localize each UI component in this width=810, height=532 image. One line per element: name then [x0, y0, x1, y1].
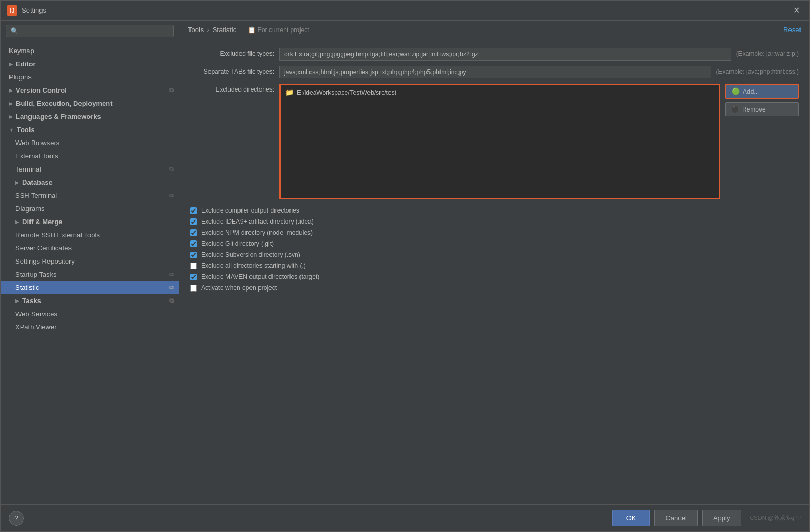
arrow-icon: ▶ [9, 88, 13, 93]
footer-brand: CSDN @养乐多q ♡ [749, 514, 801, 522]
settings-window: IJ Settings ✕ Keymap ▶ Editor [0, 0, 810, 532]
excluded-file-types-hint: (Example: jar;war;zip;) [736, 48, 799, 57]
sidebar-item-editor[interactable]: ▶ Editor [1, 57, 179, 71]
arrow-icon: ▶ [15, 219, 19, 225]
copy-icon: ⧉ [169, 87, 174, 94]
sidebar-item-languages[interactable]: ▶ Languages & Frameworks [1, 110, 179, 123]
right-panel: Tools › Statistic 📋 For current project … [179, 21, 809, 504]
arrow-icon: ▶ [15, 180, 19, 185]
sidebar-item-diagrams[interactable]: Diagrams [1, 202, 179, 215]
search-input[interactable] [6, 25, 174, 37]
sidebar-item-remote-ssh[interactable]: Remote SSH External Tools [1, 228, 179, 242]
copy-icon: ⧉ [169, 166, 174, 173]
panel-header: Tools › Statistic 📋 For current project … [179, 21, 809, 39]
sidebar-item-build-exec[interactable]: ▶ Build, Execution, Deployment [1, 97, 179, 110]
sidebar-list: Keymap ▶ Editor Plugins ▶ Version Contro… [1, 42, 179, 504]
arrow-icon: ▶ [9, 62, 13, 67]
separate-tabs-input[interactable] [279, 66, 711, 78]
close-button[interactable]: ✕ [790, 4, 803, 16]
excluded-file-types-label: Excluded file types: [190, 48, 274, 57]
title-bar: IJ Settings ✕ [1, 1, 809, 21]
exclude-svn-checkbox[interactable] [190, 252, 197, 258]
dir-buttons: 🟢 Add... ⚫ Remove [725, 84, 799, 116]
cancel-button[interactable]: Cancel [654, 510, 697, 526]
excluded-dirs-label: Excluded directories: [190, 84, 274, 93]
excluded-dirs-section: Excluded directories: 📁 E:/ideaWorkspace… [190, 84, 799, 199]
window-title: Settings [22, 6, 46, 14]
sidebar-item-xpath-viewer[interactable]: XPath Viewer [1, 320, 179, 334]
sidebar: Keymap ▶ Editor Plugins ▶ Version Contro… [1, 21, 179, 504]
add-directory-button[interactable]: 🟢 Add... [725, 84, 799, 99]
excluded-dirs-list: 📁 E:/ideaWorkspace/TestWeb/src/test [279, 84, 720, 199]
checkbox-exclude-git[interactable]: Exclude Git directory (.git) [190, 240, 799, 247]
arrow-icon: ▼ [9, 127, 14, 133]
exclude-npm-checkbox[interactable] [190, 229, 197, 236]
excluded-file-types-row: Excluded file types: (Example: jar;war;z… [190, 48, 799, 61]
help-button[interactable]: ? [9, 511, 24, 526]
copy-icon: ⧉ [169, 192, 174, 199]
activate-open-checkbox[interactable] [190, 285, 197, 292]
sidebar-item-tasks[interactable]: ▶ Tasks ⧉ [1, 294, 179, 307]
sidebar-item-web-browsers[interactable]: Web Browsers [1, 136, 179, 149]
apply-button[interactable]: Apply [702, 510, 742, 526]
sidebar-item-tools[interactable]: ▼ Tools [1, 123, 179, 136]
sidebar-item-statistic[interactable]: Statistic ⧉ [1, 281, 179, 294]
sidebar-item-ssh-terminal[interactable]: SSH Terminal ⧉ [1, 189, 179, 202]
folder-icon: 📁 [285, 88, 294, 96]
checkbox-exclude-maven[interactable]: Exclude MAVEN output directories (target… [190, 273, 799, 280]
arrow-icon: ▶ [9, 101, 13, 106]
dir-list-item[interactable]: 📁 E:/ideaWorkspace/TestWeb/src/test [283, 87, 717, 98]
sidebar-item-settings-repo[interactable]: Settings Repository [1, 255, 179, 268]
main-content: Keymap ▶ Editor Plugins ▶ Version Contro… [1, 21, 809, 504]
search-bar [1, 21, 179, 42]
checkbox-exclude-dot[interactable]: Exclude all directories starting with (.… [190, 262, 799, 269]
sidebar-item-web-services[interactable]: Web Services [1, 307, 179, 320]
separate-tabs-field [279, 66, 711, 78]
sidebar-item-keymap[interactable]: Keymap [1, 44, 179, 57]
exclude-maven-checkbox[interactable] [190, 274, 197, 280]
sidebar-item-server-certs[interactable]: Server Certificates [1, 242, 179, 255]
separate-tabs-row: Separate TABs file types: (Example: java… [190, 66, 799, 78]
breadcrumb-sep: › [207, 26, 209, 34]
checkbox-exclude-idea9[interactable]: Exclude IDEA9+ artifact directory (.idea… [190, 218, 799, 225]
panel-body: Excluded file types: (Example: jar;war;z… [179, 39, 809, 504]
arrow-icon: ▶ [9, 114, 13, 119]
exclude-idea9-checkbox[interactable] [190, 218, 197, 225]
checkbox-exclude-svn[interactable]: Exclude Subversion directory (.svn) [190, 251, 799, 258]
checkbox-activate-open[interactable]: Activate when open project [190, 284, 799, 292]
copy-icon: ⧉ [169, 284, 174, 291]
exclude-compiler-checkbox[interactable] [190, 207, 197, 214]
footer: ? OK Cancel Apply CSDN @养乐多q ♡ [1, 504, 809, 531]
sidebar-item-terminal[interactable]: Terminal ⧉ [1, 163, 179, 176]
remove-icon: ⚫ [731, 105, 739, 113]
sidebar-item-startup-tasks[interactable]: Startup Tasks ⧉ [1, 268, 179, 281]
excluded-file-types-field [279, 48, 731, 61]
sidebar-item-database[interactable]: ▶ Database [1, 176, 179, 189]
copy-icon: ⧉ [169, 297, 174, 304]
dir-path: E:/ideaWorkspace/TestWeb/src/test [297, 89, 396, 96]
exclude-dot-checkbox[interactable] [190, 263, 197, 269]
app-logo: IJ [7, 5, 17, 16]
sidebar-item-version-control[interactable]: ▶ Version Control ⧉ [1, 84, 179, 97]
breadcrumb-current: Statistic [213, 26, 237, 34]
arrow-icon: ▶ [15, 298, 19, 304]
ok-button[interactable]: OK [612, 510, 651, 526]
breadcrumb: Tools › Statistic 📋 For current project [188, 26, 309, 34]
separate-tabs-hint: (Example: java;php;html;css;) [716, 66, 799, 75]
copy-icon: ⧉ [169, 271, 174, 278]
checkbox-exclude-compiler[interactable]: Exclude compiler output directories [190, 207, 799, 214]
checkbox-exclude-npm[interactable]: Exclude NPM directory (node_modules) [190, 229, 799, 236]
sidebar-item-diff-merge[interactable]: ▶ Diff & Merge [1, 215, 179, 228]
sidebar-item-plugins[interactable]: Plugins [1, 71, 179, 84]
excluded-file-types-input[interactable] [279, 48, 731, 61]
for-project-label: 📋 For current project [248, 26, 309, 34]
breadcrumb-root: Tools [188, 26, 204, 34]
exclude-git-checkbox[interactable] [190, 240, 197, 247]
sidebar-item-external-tools[interactable]: External Tools [1, 149, 179, 163]
reset-button[interactable]: Reset [783, 26, 801, 34]
plus-icon: 🟢 [732, 87, 740, 95]
checkboxes-section: Exclude compiler output directories Excl… [190, 207, 799, 292]
remove-directory-button[interactable]: ⚫ Remove [725, 102, 799, 116]
footer-buttons: OK Cancel Apply [612, 510, 742, 526]
separate-tabs-label: Separate TABs file types: [190, 66, 274, 75]
